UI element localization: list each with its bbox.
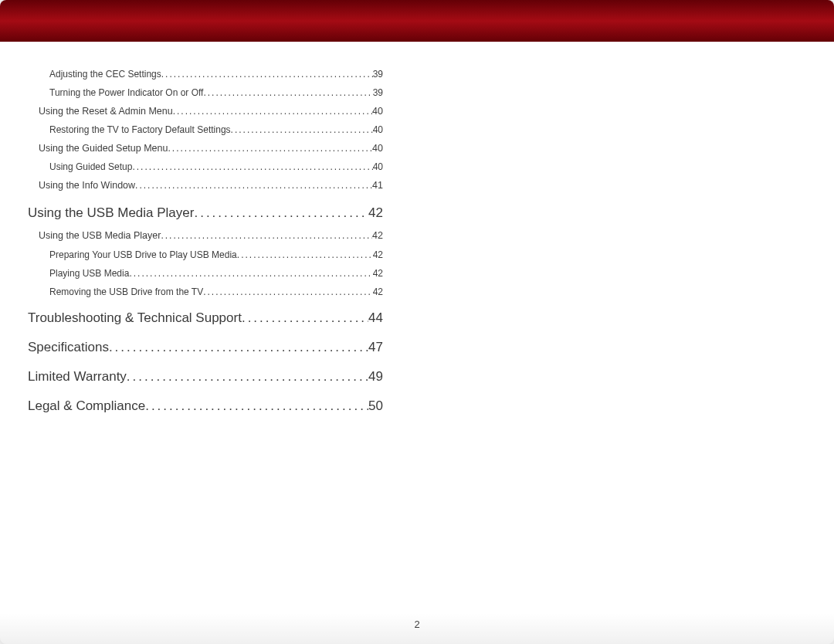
toc-entry-page: 42 [373,249,383,262]
toc-leader-dots [203,286,372,299]
toc-entry-title: Adjusting the CEC Settings [49,68,161,81]
toc-leader-dots [242,309,368,327]
toc-leader-dots [145,397,368,415]
toc-leader-dots [161,68,373,81]
toc-leader-dots [203,86,372,100]
toc-entry-title: Troubleshooting & Technical Support [28,309,242,327]
toc-entry-page: 44 [368,309,383,327]
toc-entry[interactable]: Using the Info Window41 [28,179,383,193]
toc-leader-dots [194,204,368,222]
toc-entry-page: 41 [372,179,383,193]
toc-entry-title: Using Guided Setup [49,161,132,174]
toc-entry[interactable]: Removing the USB Drive from the TV42 [28,286,383,299]
toc-entry-title: Playing USB Media [49,267,129,280]
toc-entry[interactable]: Using the USB Media Player42 [28,204,383,222]
toc-entry[interactable]: Limited Warranty49 [28,368,383,386]
toc-leader-dots [132,161,372,174]
toc-leader-dots [135,179,372,192]
page-number: 2 [0,619,834,630]
document-page: Adjusting the CEC Settings39Turning the … [0,0,834,644]
toc-entry-title: Restoring the TV to Factory Default Sett… [49,124,231,137]
toc-entry-title: Specifications [28,338,109,357]
toc-leader-dots [231,124,373,137]
toc-entry-page: 50 [368,397,383,415]
toc-entry[interactable]: Adjusting the CEC Settings39 [28,68,383,81]
toc-leader-dots [173,105,372,118]
toc-entry-page: 39 [373,68,383,81]
toc-entry-page: 47 [368,338,383,357]
toc-entry-title: Limited Warranty [28,368,127,386]
toc-entry[interactable]: Preparing Your USB Drive to Play USB Med… [28,249,383,262]
toc-entry-title: Turning the Power Indicator On or Off [49,86,203,100]
toc-entry-page: 40 [373,124,383,137]
toc-entry[interactable]: Using the Guided Setup Menu40 [28,142,383,156]
toc-entry[interactable]: Restoring the TV to Factory Default Sett… [28,124,383,137]
toc-entry-page: 40 [372,142,383,156]
toc-entry-page: 42 [368,204,383,222]
toc-leader-dots [109,338,368,357]
toc-entry-title: Using the Reset & Admin Menu [39,105,173,119]
toc-container: Adjusting the CEC Settings39Turning the … [28,68,383,423]
toc-entry-page: 40 [372,105,383,119]
toc-entry-page: 40 [373,161,383,174]
toc-entry[interactable]: Playing USB Media42 [28,267,383,280]
toc-entry-title: Using the USB Media Player [39,229,161,243]
toc-entry-page: 42 [373,286,383,299]
toc-entry-title: Legal & Compliance [28,397,145,415]
toc-entry[interactable]: Troubleshooting & Technical Support44 [28,309,383,327]
toc-entry-title: Preparing Your USB Drive to Play USB Med… [49,249,237,262]
toc-entry-page: 42 [373,267,383,280]
toc-entry[interactable]: Specifications47 [28,338,383,357]
toc-leader-dots [161,229,372,242]
toc-entry-page: 39 [373,86,383,100]
toc-entry[interactable]: Turning the Power Indicator On or Off39 [28,86,383,100]
toc-leader-dots [129,267,372,280]
toc-entry[interactable]: Using Guided Setup40 [28,161,383,174]
toc-entry[interactable]: Using the USB Media Player42 [28,229,383,243]
toc-leader-dots [168,142,372,155]
toc-entry-page: 49 [368,368,383,386]
toc-entry-title: Using the Guided Setup Menu [39,142,168,156]
toc-entry-title: Using the Info Window [39,179,135,193]
toc-entry[interactable]: Legal & Compliance50 [28,397,383,415]
toc-leader-dots [127,368,368,386]
toc-entry-page: 42 [372,229,383,243]
toc-entry-title: Using the USB Media Player [28,204,194,222]
toc-entry[interactable]: Using the Reset & Admin Menu40 [28,105,383,119]
header-band [0,0,834,42]
toc-leader-dots [237,249,373,262]
toc-entry-title: Removing the USB Drive from the TV [49,286,203,299]
